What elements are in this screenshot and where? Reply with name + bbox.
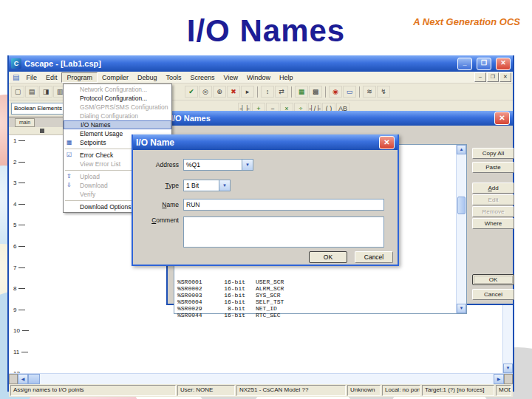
menu-debug[interactable]: Debug (133, 73, 162, 82)
io-list-row[interactable]: %SR000416-bitSELF_TST (177, 299, 454, 305)
type-combo[interactable]: 1 Bit ▼ (183, 180, 231, 191)
status-bar: Assign names to I/O points User: NONE NX… (9, 384, 513, 397)
ladder-cursor (40, 129, 44, 133)
type-value: 1 Bit (184, 182, 219, 189)
address-combo[interactable]: %Q1 ▼ (183, 159, 253, 171)
edit-button[interactable]: Edit (472, 194, 514, 205)
status-local-port: Local: no port (382, 385, 420, 396)
setpoints-icon: ▦ (66, 138, 72, 147)
minimize-button[interactable]: _ (457, 58, 472, 70)
where-button[interactable]: Where (472, 218, 514, 229)
dialog-ok-button[interactable]: OK (309, 251, 347, 263)
screen-grid-icon[interactable]: ▦ (295, 86, 308, 98)
chevron-down-icon[interactable]: ▼ (219, 180, 230, 191)
menu-edit[interactable]: Edit (41, 73, 62, 82)
menu-item-network-configuration[interactable]: Network Configuration... (64, 85, 171, 94)
io-list-row[interactable]: %SR000216-bitALRM_SCR (177, 285, 454, 292)
menu-item-protocol-configuration[interactable]: Protocol Configuration... (64, 94, 171, 103)
rung-row: 9 (13, 307, 43, 328)
io-list-row[interactable]: %SR004416-bitRTC_SEC (177, 312, 454, 318)
address-value: %Q1 (184, 161, 242, 168)
dialog-cancel-button[interactable]: Cancel (355, 251, 393, 263)
rung-row: 6 (13, 243, 43, 265)
mdi-close-button[interactable]: ✕ (499, 72, 511, 82)
chevron-down-icon[interactable]: ▼ (242, 160, 253, 170)
scroll-up-icon[interactable]: ▲ (457, 145, 466, 154)
mdi-minimize-button[interactable]: – (474, 72, 486, 82)
scroll-down-icon[interactable]: ▼ (503, 364, 513, 373)
menu-tools[interactable]: Tools (162, 73, 186, 82)
find-icon[interactable]: ◎ (199, 86, 212, 98)
menu-program[interactable]: Program (61, 72, 98, 83)
type-label: Type (143, 182, 179, 189)
rung-row: 1 (13, 137, 43, 159)
comment-textarea[interactable] (183, 216, 384, 248)
menu-view[interactable]: View (219, 73, 242, 82)
ok-button[interactable]: OK (472, 274, 514, 285)
open-file-icon[interactable]: ▤ (25, 86, 38, 98)
restore-button[interactable]: ❐ (477, 58, 491, 70)
download-icon: ⇩ (66, 181, 72, 190)
menu-item-dialing-configuration[interactable]: Dialing Configuration (64, 112, 171, 120)
ladder-main-tab[interactable]: main (15, 118, 35, 127)
cancel-button[interactable]: Cancel (472, 289, 514, 300)
io-list-vertical-scrollbar[interactable]: ▲ ▼ (456, 145, 466, 313)
status-model: NX251 - CsCAN Model ?? (236, 385, 346, 396)
io-names-close-icon[interactable]: ✕ (494, 112, 510, 125)
menu-file[interactable]: File (21, 73, 41, 82)
menu-screens[interactable]: Screens (186, 73, 219, 82)
editor-horizontal-scrollbar[interactable]: ◀ ▶ (9, 373, 513, 384)
io-list-row[interactable]: %SR000316-bitSYS_SCR (177, 292, 454, 299)
splitter-box[interactable] (9, 374, 18, 384)
slide-title: I/O Names (133, 13, 399, 49)
rung-row: 5 (13, 222, 43, 243)
error-check-icon[interactable]: ✔ (185, 86, 198, 98)
scroll-thumb[interactable] (28, 374, 40, 384)
connect-icon[interactable]: ⇄ (275, 86, 288, 98)
menu-item-gsm-configuration[interactable]: GSM/GPRS/SMS Configuration (64, 103, 171, 112)
paste-button[interactable]: Paste (472, 162, 514, 173)
zoom-icon[interactable]: ⊕ (213, 86, 226, 98)
screen-fill-icon[interactable]: ▩ (309, 86, 322, 98)
io-list-row[interactable]: %SR000116-bitUSER_SCR (177, 279, 454, 285)
io-list-row[interactable]: %SR00298-bitNET_ID (177, 305, 454, 312)
address-label: Address (143, 161, 179, 168)
scroll-right-icon[interactable]: ▶ (494, 374, 504, 384)
menu-window[interactable]: Window (242, 73, 275, 82)
stop-icon[interactable]: ✖ (227, 86, 240, 98)
add-button[interactable]: Add (472, 183, 514, 194)
scroll-thumb[interactable] (457, 197, 466, 214)
save-icon[interactable]: ◨ (39, 86, 52, 98)
status-target: Target:1 (?) [no forces] (422, 385, 494, 396)
menu-item-io-names[interactable]: I/O Names (64, 120, 171, 129)
window-titlebar[interactable]: C Cscape - [Lab1.csp] _ ❐ ✕ (9, 55, 513, 72)
scroll-down-icon[interactable]: ▼ (457, 304, 466, 313)
io-names-titlebar[interactable]: I/O Names ✕ (168, 111, 513, 126)
io-name-dialog-close-icon[interactable]: ✕ (379, 136, 395, 149)
copy-all-button[interactable]: Copy All (472, 148, 514, 159)
status-state: Unknown (347, 385, 381, 396)
mdi-restore-button[interactable]: ❐ (487, 72, 499, 82)
slide: I/O Names A Next Generation OCS C Cscape… (0, 0, 532, 399)
trigger-icon[interactable]: ↯ (377, 86, 390, 98)
remove-button[interactable]: Remove (472, 206, 514, 217)
scroll-left-icon[interactable]: ◀ (18, 374, 28, 384)
rung-row: 3 (13, 180, 43, 201)
new-file-icon[interactable]: ▢ (11, 86, 24, 98)
close-button[interactable]: ✕ (496, 58, 511, 70)
monitor-icon[interactable]: ▭ (343, 86, 356, 98)
run-icon[interactable]: ▸ (241, 86, 254, 98)
status-hint: Assign names to I/O points (10, 385, 176, 396)
name-input[interactable] (183, 199, 384, 211)
rung-row: 8 (13, 285, 43, 307)
io-name-dialog-titlebar[interactable]: I/O Name ✕ (133, 134, 398, 150)
network-icon[interactable]: ≋ (363, 86, 376, 98)
resize-icon[interactable]: ↕ (261, 86, 274, 98)
resize-corner[interactable] (504, 374, 513, 384)
comment-label: Comment (143, 216, 179, 224)
menu-help[interactable]: Help (275, 73, 298, 82)
menu-compiler[interactable]: Compiler (98, 73, 133, 82)
status-user: User: NONE (177, 385, 235, 396)
target-icon[interactable]: ◉ (329, 86, 342, 98)
rung-row: 12 (13, 370, 43, 373)
